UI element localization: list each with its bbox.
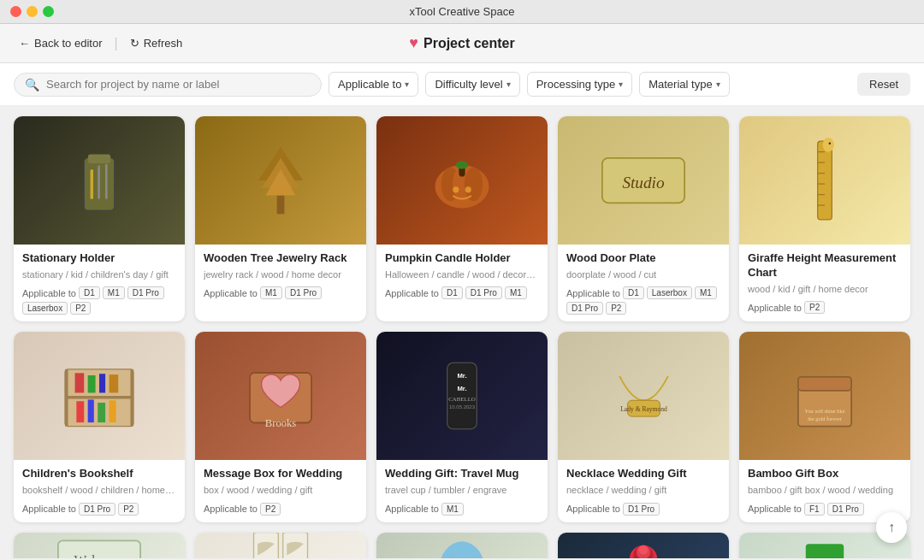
card-applicable: Applicable to P2 (748, 301, 902, 314)
maximize-button[interactable] (43, 6, 54, 17)
card-item[interactable]: WelcomePat & Vilandie Welcome Sign welco… (14, 533, 185, 558)
card-item[interactable]: Lady & Raymond Necklace Wedding Gift nec… (558, 332, 729, 522)
card-item[interactable]: HappyEaster Happy Easter Card Easter / h… (376, 533, 548, 558)
minimize-button[interactable] (27, 6, 38, 17)
card-item[interactable]: Stationary Holder stationary / kid / chi… (14, 116, 185, 321)
card-image (14, 332, 185, 460)
card-title: Wooden Tree Jewelry Rack (204, 251, 358, 266)
svg-text:Welcome: Welcome (74, 553, 124, 558)
card-image: Lady & Raymond (558, 332, 729, 460)
applicable-badge: D1 Pro (566, 302, 603, 315)
applicable-badge: P2 (260, 503, 281, 516)
card-item[interactable]: Rose Flower Art flower / rose / art / de… (558, 533, 729, 558)
card-applicable: Applicable to D1 ProP2 (22, 503, 176, 516)
applicable-to-label: Applicable to (338, 78, 401, 91)
svg-text:Lady & Raymond: Lady & Raymond (620, 405, 667, 413)
card-tags: Halloween / candle / wood / decoration /… (385, 268, 539, 281)
svg-rect-39 (99, 374, 105, 393)
svg-point-60 (439, 541, 485, 558)
applicable-label: Applicable to (22, 504, 76, 514)
card-item[interactable]: Decorative Paper Cut paper / cut / decor… (195, 533, 366, 558)
chevron-down-icon: ▾ (405, 80, 409, 89)
card-body: Necklace Wedding Gift necklace / wedding… (558, 460, 729, 522)
card-image: Mr.CABELLO10.05.2023Mr. (376, 332, 548, 460)
card-title: Message Box for Wedding (204, 467, 358, 481)
svg-rect-35 (98, 403, 105, 422)
svg-rect-33 (76, 402, 84, 423)
card-item[interactable]: Giraffe Height Measurement Chart wood / … (739, 116, 910, 321)
svg-rect-37 (75, 374, 85, 393)
svg-rect-5 (277, 196, 285, 215)
card-image (739, 116, 910, 245)
card-body: Giraffe Height Measurement Chart wood / … (739, 245, 910, 321)
applicable-badge: D1 Pro (465, 286, 502, 299)
material-type-filter[interactable]: Material type ▾ (639, 72, 729, 97)
card-body: Children's Bookshelf bookshelf / wood / … (14, 460, 185, 522)
applicable-badge: M1 (441, 503, 464, 516)
svg-point-12 (465, 168, 483, 202)
applicable-badge: M1 (260, 286, 282, 299)
card-title: Wood Door Plate (566, 251, 720, 266)
card-tags: wood / kid / gift / home decor (748, 283, 902, 296)
card-item[interactable]: Children's Bookshelf bookshelf / wood / … (14, 332, 185, 522)
chevron-down-icon: ▾ (716, 80, 720, 89)
card-image (195, 533, 366, 558)
card-title: Necklace Wedding Gift (566, 467, 720, 481)
applicable-badge: Laserbox (647, 286, 692, 299)
applicable-label: Applicable to (385, 504, 439, 514)
card-item[interactable]: Mr.CABELLO10.05.2023Mr. Wedding Gift: Tr… (376, 332, 548, 522)
difficulty-level-filter[interactable]: Difficulty level ▾ (425, 72, 519, 97)
svg-rect-52 (798, 377, 851, 391)
grid-container: Stationary Holder stationary / kid / chi… (0, 106, 924, 558)
svg-text:the gold forever: the gold forever (808, 416, 843, 422)
svg-rect-38 (88, 375, 96, 392)
svg-text:Mr.: Mr. (457, 372, 466, 380)
svg-point-28 (829, 142, 832, 144)
card-tags: travel cup / tumbler / engrave (385, 484, 539, 497)
toolbar: ← Back to editor | ↻ Refresh ♥ Project c… (0, 24, 924, 63)
back-label: Back to editor (34, 37, 103, 50)
card-body: Wooden Tree Jewelry Rack jewelry rack / … (195, 245, 366, 306)
processing-type-filter[interactable]: Processing type ▾ (527, 72, 633, 97)
applicable-badge: Laserbox (22, 302, 68, 315)
card-item[interactable]: Wooden Tree Jewelry Rack jewelry rack / … (195, 116, 366, 321)
svg-rect-19 (818, 141, 832, 220)
back-icon: ← (19, 37, 30, 50)
svg-point-16 (465, 186, 471, 192)
applicable-to-filter[interactable]: Applicable to ▾ (329, 72, 418, 97)
svg-text:Studio: Studio (622, 174, 665, 192)
card-body: Stationary Holder stationary / kid / chi… (14, 245, 185, 321)
card-item[interactable]: Brooks Message Box for Wedding box / woo… (195, 332, 366, 522)
svg-rect-30 (65, 396, 133, 399)
card-item[interactable]: Studio Wood Door Plate doorplate / wood … (558, 116, 729, 321)
refresh-button[interactable]: ↻ Refresh (125, 33, 188, 53)
close-button[interactable] (10, 6, 21, 17)
svg-rect-31 (65, 369, 68, 427)
card-tags: box / wood / wedding / gift (204, 484, 358, 497)
svg-rect-72 (806, 544, 844, 558)
card-item[interactable]: Pumpkin Candle Holder Halloween / candle… (376, 116, 548, 321)
applicable-badge: D1 Pro (79, 503, 116, 516)
applicable-label: Applicable to (748, 504, 802, 514)
svg-rect-3 (98, 166, 100, 199)
svg-point-27 (823, 138, 834, 152)
svg-text:Mr.: Mr. (457, 385, 466, 392)
card-image: HappyEaster (376, 533, 548, 558)
svg-point-71 (639, 545, 649, 554)
card-body: Wedding Gift: Travel Mug travel cup / tu… (376, 460, 548, 522)
scroll-to-top-button[interactable]: ↑ (876, 512, 907, 543)
svg-text:10.05.2023: 10.05.2023 (449, 405, 476, 410)
card-applicable: Applicable to F1D1 Pro (748, 503, 902, 516)
card-body: Wood Door Plate doorplate / wood / cut A… (558, 245, 729, 321)
svg-text:Brooks: Brooks (265, 417, 296, 429)
applicable-badge: D1 Pro (623, 503, 660, 516)
card-image (14, 116, 185, 245)
card-item[interactable]: You will shine likethe gold forever Bamb… (739, 332, 910, 522)
back-editor-button[interactable]: ← Back to editor (14, 33, 108, 53)
applicable-label: Applicable to (385, 288, 439, 298)
search-input[interactable] (46, 78, 311, 91)
card-applicable: Applicable to M1 (385, 503, 539, 516)
heart-icon: ♥ (409, 34, 418, 52)
reset-button[interactable]: Reset (857, 73, 910, 96)
card-image (195, 116, 366, 245)
